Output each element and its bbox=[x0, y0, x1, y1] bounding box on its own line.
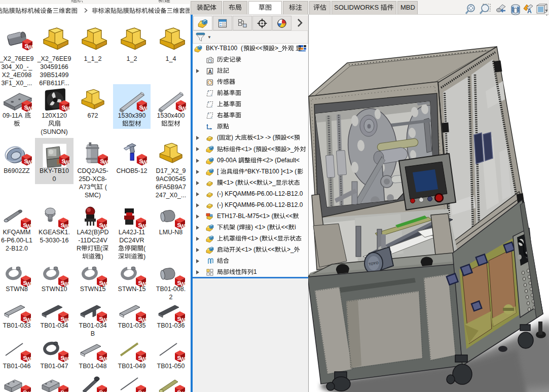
svg-text:): ) bbox=[101, 253, 103, 260]
svg-text:>_: >_ bbox=[287, 146, 294, 153]
svg-text:W: W bbox=[27, 159, 32, 165]
svg-text:): ) bbox=[231, 134, 235, 141]
svg-text:A: A bbox=[527, 8, 532, 15]
svg-text:[: [ bbox=[217, 168, 221, 175]
svg-text:>_: >_ bbox=[275, 45, 282, 52]
svg-text:(: ( bbox=[103, 184, 107, 191]
svg-text:<<: << bbox=[268, 246, 275, 253]
svg-text:<<: << bbox=[285, 212, 292, 220]
svg-text:(: ( bbox=[217, 134, 219, 141]
svg-text:<1> (: <1> ( bbox=[223, 179, 237, 186]
svg-text:09-00A: 09-00A bbox=[217, 157, 238, 164]
svg-text:<: < bbox=[274, 235, 277, 242]
svg-text:W: W bbox=[64, 105, 69, 112]
svg-text:(: ( bbox=[143, 245, 146, 252]
svg-text:MBD: MBD bbox=[400, 4, 415, 11]
svg-text:): ) bbox=[143, 253, 145, 260]
svg-text:W: W bbox=[64, 159, 69, 165]
svg-text:W: W bbox=[103, 159, 108, 165]
svg-text:W: W bbox=[141, 390, 146, 392]
svg-text:>_: >_ bbox=[269, 179, 276, 186]
svg-text:W: W bbox=[142, 159, 147, 165]
svg-text:R: R bbox=[77, 245, 81, 252]
svg-text:<1> (: <1> ( bbox=[241, 146, 255, 153]
svg-text:W: W bbox=[102, 356, 107, 362]
svg-text:^BKY-TB100 ]<1> (: ^BKY-TB100 ]<1> ( bbox=[245, 168, 297, 175]
svg-text:1: 1 bbox=[253, 268, 257, 275]
svg-text:ì: ì bbox=[295, 224, 296, 231]
svg-text:W: W bbox=[181, 105, 186, 112]
svg-text:<1> -> (: <1> -> ( bbox=[253, 134, 274, 141]
svg-text:W: W bbox=[141, 356, 146, 362]
svg-text:<<: << bbox=[249, 179, 257, 186]
svg-text:<<: << bbox=[287, 134, 294, 141]
svg-text:W: W bbox=[180, 356, 185, 362]
svg-text:W: W bbox=[102, 390, 107, 392]
svg-text:(-) KFQAMM6-P6.00-L12-B12.0: (-) KFQAMM6-P6.00-L12-B12.0 bbox=[217, 190, 303, 197]
svg-text:W: W bbox=[142, 105, 147, 112]
svg-text:) <1> (: ) <1> ( bbox=[251, 224, 269, 231]
svg-text:W: W bbox=[180, 390, 185, 392]
svg-text:(: ( bbox=[235, 224, 239, 231]
svg-text:A73: A73 bbox=[79, 184, 90, 191]
svg-text:W: W bbox=[27, 105, 32, 112]
svg-text:(: ( bbox=[100, 245, 103, 252]
svg-text:<<: << bbox=[281, 224, 288, 231]
svg-text:W: W bbox=[63, 356, 68, 362]
svg-text:W: W bbox=[27, 44, 32, 50]
svg-text:(-) KFQAMM6-P6.00-L12-B12.0: (-) KFQAMM6-P6.00-L12-B12.0 bbox=[217, 201, 303, 208]
svg-text:<1> (: <1> ( bbox=[247, 235, 262, 242]
svg-text:>_: >_ bbox=[287, 246, 294, 253]
svg-text:ETH17-BL-M75<1> (: ETH17-BL-M75<1> ( bbox=[217, 212, 273, 220]
svg-text:<1> (: <1> ( bbox=[241, 246, 255, 253]
svg-text:A: A bbox=[208, 69, 212, 75]
svg-text:<<: << bbox=[268, 146, 275, 153]
svg-text:09-11A: 09-11A bbox=[3, 112, 24, 119]
svg-text:W: W bbox=[26, 390, 31, 392]
svg-text:W: W bbox=[63, 390, 68, 392]
svg-text:BKY-TB100 (: BKY-TB100 ( bbox=[206, 45, 243, 52]
svg-text:SOLIDWORKS: SOLIDWORKS bbox=[334, 4, 381, 11]
svg-text:<2> (Default<: <2> (Default< bbox=[263, 157, 300, 164]
svg-text:W: W bbox=[26, 356, 31, 362]
svg-text:<<: << bbox=[255, 45, 263, 52]
